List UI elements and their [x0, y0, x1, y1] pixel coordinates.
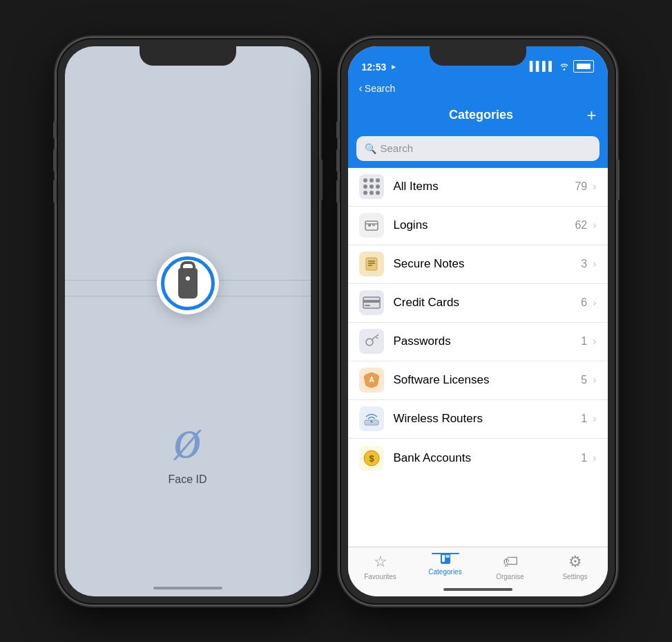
svg-rect-10 — [365, 305, 370, 306]
svg-point-11 — [366, 339, 373, 346]
svg-rect-22 — [445, 555, 450, 558]
all-items-icon — [359, 174, 384, 199]
svg-point-16 — [370, 421, 372, 423]
vol-down-button[interactable] — [53, 180, 57, 203]
credit-cards-icon — [359, 290, 384, 315]
svg-rect-0 — [365, 221, 378, 230]
logins-count: 62 — [575, 219, 587, 232]
list-item-all-items[interactable]: All Items 79 › — [348, 168, 608, 207]
home-indicator-left — [153, 587, 222, 589]
settings-icon: ⚙ — [568, 553, 582, 571]
passwords-count: 1 — [581, 335, 587, 348]
left-screen-content: ø Face ID — [65, 46, 311, 596]
list-item-credit-cards[interactable]: Credit Cards 6 › — [348, 284, 608, 323]
search-bar-container: 🔍 Search — [348, 131, 608, 168]
all-items-count: 79 — [575, 180, 587, 193]
logo-lock-icon — [178, 268, 198, 299]
list-item-software-licenses[interactable]: A Software Licenses 5 › — [348, 361, 608, 400]
secure-notes-label: Secure Notes — [394, 257, 582, 271]
right-silent-button[interactable] — [336, 121, 340, 139]
app-logo — [157, 252, 219, 314]
software-licenses-icon: A — [359, 368, 384, 393]
status-icons: ▌▌▌▌ — [530, 60, 594, 73]
organise-icon: 🏷 — [503, 553, 518, 571]
credit-cards-label: Credit Cards — [394, 296, 582, 310]
back-chevron-icon: ‹ — [359, 82, 363, 95]
back-button[interactable]: ‹ Search — [359, 82, 396, 95]
home-indicator-right — [443, 588, 512, 591]
svg-rect-21 — [442, 555, 445, 562]
organise-label: Organise — [496, 573, 524, 580]
categories-label: Categories — [428, 568, 461, 576]
wireless-routers-label: Wireless Routers — [394, 412, 582, 426]
tab-categories[interactable]: Categories — [413, 553, 478, 576]
location-icon: ► — [390, 63, 397, 70]
wireless-routers-chevron: › — [593, 413, 596, 425]
list-item-logins[interactable]: Logins 62 › — [348, 207, 608, 245]
faceid-area[interactable]: ø Face ID — [168, 411, 207, 486]
logins-label: Logins — [394, 218, 575, 232]
page-title: Categories — [376, 108, 587, 122]
faceid-icon: ø — [173, 411, 201, 466]
wireless-routers-icon — [359, 406, 384, 431]
wireless-routers-count: 1 — [581, 413, 587, 425]
svg-line-13 — [376, 337, 378, 339]
power-button[interactable] — [319, 159, 323, 200]
passwords-chevron: › — [593, 335, 596, 348]
passwords-icon — [359, 329, 384, 354]
back-label: Search — [365, 83, 395, 94]
list-item-bank-accounts[interactable]: $ Bank Accounts 1 › — [348, 439, 608, 478]
categories-list: All Items 79 › Logins 62 › — [348, 168, 608, 547]
wifi-icon — [559, 62, 570, 70]
credit-cards-chevron: › — [593, 296, 596, 309]
favourites-label: Favourites — [364, 573, 396, 580]
software-licenses-chevron: › — [593, 374, 596, 386]
right-phone: 12:53 ► ▌▌▌▌ ‹ Search Categori — [340, 38, 616, 605]
bank-accounts-chevron: › — [593, 452, 596, 464]
all-items-chevron: › — [593, 180, 596, 193]
tab-settings[interactable]: ⚙ Settings — [543, 553, 608, 580]
list-item-secure-notes[interactable]: Secure Notes 3 › — [348, 245, 608, 284]
signal-icon: ▌▌▌▌ — [530, 61, 555, 71]
title-bar: Categories + — [348, 100, 608, 131]
tab-organise[interactable]: 🏷 Organise — [478, 553, 543, 580]
nav-back-bar: ‹ Search — [348, 77, 608, 100]
add-button[interactable]: + — [586, 106, 596, 125]
secure-notes-count: 3 — [581, 258, 587, 270]
svg-rect-4 — [366, 258, 377, 270]
bank-accounts-icon: $ — [359, 446, 384, 471]
notch-right — [430, 46, 526, 66]
settings-label: Settings — [562, 573, 587, 580]
svg-text:A: A — [369, 376, 374, 384]
right-power-button[interactable] — [616, 159, 620, 200]
right-vol-down-button[interactable] — [336, 180, 340, 203]
logins-icon — [359, 213, 384, 238]
search-icon: 🔍 — [365, 143, 376, 154]
logo-blue-ring — [161, 256, 215, 310]
right-screen: 12:53 ► ▌▌▌▌ ‹ Search Categori — [348, 46, 608, 596]
software-licenses-count: 5 — [581, 374, 587, 386]
tab-favourites[interactable]: ☆ Favourites — [348, 553, 413, 580]
favourites-icon: ☆ — [374, 553, 387, 571]
credit-cards-count: 6 — [581, 296, 587, 309]
right-vol-up-button[interactable] — [336, 149, 340, 172]
bank-accounts-label: Bank Accounts — [394, 451, 582, 465]
list-item-passwords[interactable]: Passwords 1 › — [348, 323, 608, 361]
secure-notes-icon — [359, 252, 384, 276]
search-placeholder: Search — [381, 142, 414, 154]
logo-outer-ring — [157, 252, 219, 314]
passwords-label: Passwords — [394, 334, 582, 348]
time-text: 12:53 — [362, 62, 387, 73]
vol-up-button[interactable] — [53, 149, 57, 172]
svg-text:$: $ — [369, 453, 374, 464]
software-licenses-label: Software Licenses — [394, 373, 582, 387]
all-items-label: All Items — [394, 180, 575, 193]
silent-button[interactable] — [53, 121, 57, 139]
categories-icon — [438, 551, 453, 566]
faceid-label: Face ID — [168, 473, 207, 486]
battery-icon — [573, 60, 594, 73]
logins-chevron: › — [593, 219, 596, 232]
search-bar[interactable]: 🔍 Search — [356, 136, 599, 161]
list-item-wireless-routers[interactable]: Wireless Routers 1 › — [348, 400, 608, 439]
svg-rect-9 — [363, 300, 380, 303]
